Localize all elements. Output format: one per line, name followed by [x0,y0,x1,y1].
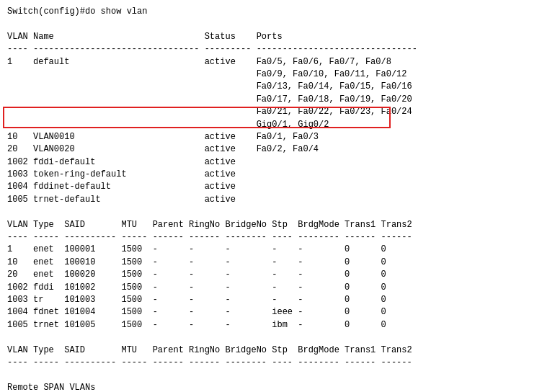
terminal-output: Switch(config)#do show vlan VLAN Name St… [7,6,535,392]
terminal-window: Switch(config)#do show vlan VLAN Name St… [0,0,542,392]
